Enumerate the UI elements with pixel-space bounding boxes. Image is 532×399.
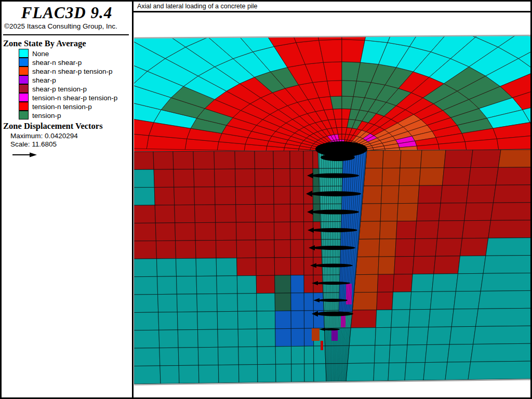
zone-state-label: tension-p	[32, 111, 61, 120]
flac3d-plot-window: Axial and lateral loading of a concrete …	[0, 0, 532, 399]
legend-item: tension-n shear-p tension-p	[19, 94, 132, 102]
legend-item: shear-p	[19, 76, 132, 85]
zone-state-swatch	[19, 66, 29, 75]
zone-state-label: shear-p	[32, 76, 56, 85]
zone-state-swatch	[19, 75, 29, 84]
zone-state-swatch	[19, 58, 29, 66]
legend-item: shear-p tension-p	[19, 85, 132, 94]
zone-state-label: shear-n shear-p tension-p	[32, 67, 113, 76]
zone-state-heading: Zone State By Average	[3, 39, 132, 48]
legend-item: shear-n shear-p tension-p	[19, 67, 132, 76]
copyright-text: ©2025 Itasca Consulting Group, Inc.	[4, 22, 132, 31]
legend-item: tension-p	[19, 111, 132, 120]
zone-state-legend: None shear-n shear-p shear-n shear-p ten…	[19, 49, 132, 120]
panel-divider	[132, 0, 134, 399]
legend-divider-line	[3, 34, 129, 35]
zone-state-label: shear-p tension-p	[32, 85, 87, 94]
zone-state-label: tension-n shear-p tension-p	[32, 94, 117, 102]
displacement-vectors-heading: Zone Displacement Vectors	[3, 122, 132, 131]
vector-arrow-icon	[12, 152, 38, 158]
zone-state-swatch	[19, 49, 29, 58]
plot-caption-bar: Axial and lateral loading of a concrete …	[134, 2, 530, 12]
zone-state-swatch	[19, 111, 29, 119]
vectors-maximum: Maximum: 0.0420294	[10, 132, 132, 140]
zone-state-swatch	[19, 84, 29, 93]
plot-title: Axial and lateral loading of a concrete …	[137, 3, 257, 10]
zone-state-label: None	[32, 49, 49, 58]
zone-state-label: shear-n shear-p	[32, 58, 82, 67]
legend-item: shear-n shear-p	[19, 58, 132, 67]
vectors-scale: Scale: 11.6805	[10, 140, 132, 149]
legend-item: tension-n tension-p	[19, 102, 132, 111]
zone-state-label: tension-n tension-p	[32, 102, 92, 111]
zone-state-swatch	[19, 93, 29, 102]
zone-state-swatch	[19, 102, 29, 111]
legend-item: None	[19, 49, 132, 58]
legend-panel: FLAC3D 9.4 ©2025 Itasca Consulting Group…	[2, 2, 132, 397]
app-logo: FLAC3D 9.4	[2, 4, 132, 22]
